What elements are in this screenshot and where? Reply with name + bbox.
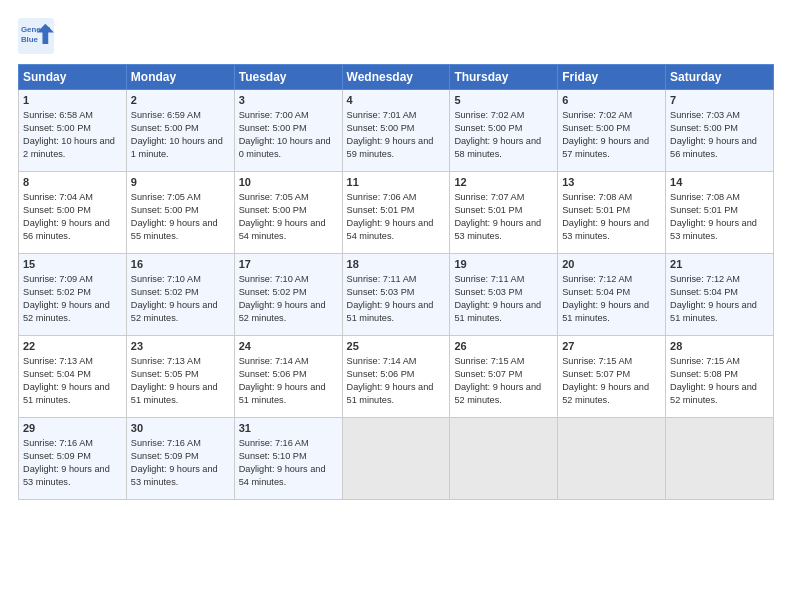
svg-text:Blue: Blue xyxy=(21,35,39,44)
sunrise: Sunrise: 7:11 AM xyxy=(347,274,417,284)
calendar-cell: 19Sunrise: 7:11 AMSunset: 5:03 PMDayligh… xyxy=(450,254,558,336)
sunset: Sunset: 5:02 PM xyxy=(23,287,91,297)
calendar-cell: 5Sunrise: 7:02 AMSunset: 5:00 PMDaylight… xyxy=(450,90,558,172)
day-number: 27 xyxy=(562,339,661,354)
daylight: Daylight: 9 hours and 59 minutes. xyxy=(347,136,434,159)
calendar-week-1: 8Sunrise: 7:04 AMSunset: 5:00 PMDaylight… xyxy=(19,172,774,254)
day-number: 6 xyxy=(562,93,661,108)
sunrise: Sunrise: 7:05 AM xyxy=(131,192,201,202)
calendar-cell: 15Sunrise: 7:09 AMSunset: 5:02 PMDayligh… xyxy=(19,254,127,336)
sunrise: Sunrise: 7:02 AM xyxy=(454,110,524,120)
sunrise: Sunrise: 7:10 AM xyxy=(239,274,309,284)
sunset: Sunset: 5:08 PM xyxy=(670,369,738,379)
daylight: Daylight: 9 hours and 53 minutes. xyxy=(562,218,649,241)
sunset: Sunset: 5:04 PM xyxy=(23,369,91,379)
sunrise: Sunrise: 6:58 AM xyxy=(23,110,93,120)
sunrise: Sunrise: 7:01 AM xyxy=(347,110,417,120)
daylight: Daylight: 9 hours and 57 minutes. xyxy=(562,136,649,159)
sunrise: Sunrise: 7:13 AM xyxy=(131,356,201,366)
daylight: Daylight: 9 hours and 51 minutes. xyxy=(562,300,649,323)
day-number: 9 xyxy=(131,175,230,190)
calendar-cell: 12Sunrise: 7:07 AMSunset: 5:01 PMDayligh… xyxy=(450,172,558,254)
day-number: 8 xyxy=(23,175,122,190)
day-number: 2 xyxy=(131,93,230,108)
sunset: Sunset: 5:04 PM xyxy=(670,287,738,297)
day-number: 20 xyxy=(562,257,661,272)
calendar-cell: 25Sunrise: 7:14 AMSunset: 5:06 PMDayligh… xyxy=(342,336,450,418)
sunset: Sunset: 5:09 PM xyxy=(23,451,91,461)
day-number: 4 xyxy=(347,93,446,108)
daylight: Daylight: 9 hours and 56 minutes. xyxy=(670,136,757,159)
header-cell-sunday: Sunday xyxy=(19,65,127,90)
day-number: 1 xyxy=(23,93,122,108)
calendar-cell: 4Sunrise: 7:01 AMSunset: 5:00 PMDaylight… xyxy=(342,90,450,172)
daylight: Daylight: 9 hours and 54 minutes. xyxy=(239,464,326,487)
sunrise: Sunrise: 7:11 AM xyxy=(454,274,524,284)
sunset: Sunset: 5:01 PM xyxy=(347,205,415,215)
daylight: Daylight: 9 hours and 53 minutes. xyxy=(23,464,110,487)
sunrise: Sunrise: 7:14 AM xyxy=(239,356,309,366)
sunset: Sunset: 5:00 PM xyxy=(670,123,738,133)
day-number: 3 xyxy=(239,93,338,108)
sunset: Sunset: 5:06 PM xyxy=(239,369,307,379)
sunrise: Sunrise: 7:16 AM xyxy=(23,438,93,448)
daylight: Daylight: 9 hours and 52 minutes. xyxy=(670,382,757,405)
sunset: Sunset: 5:07 PM xyxy=(454,369,522,379)
daylight: Daylight: 9 hours and 51 minutes. xyxy=(23,382,110,405)
day-number: 17 xyxy=(239,257,338,272)
daylight: Daylight: 9 hours and 51 minutes. xyxy=(131,382,218,405)
calendar-cell: 31Sunrise: 7:16 AMSunset: 5:10 PMDayligh… xyxy=(234,418,342,500)
calendar-cell: 1Sunrise: 6:58 AMSunset: 5:00 PMDaylight… xyxy=(19,90,127,172)
day-number: 30 xyxy=(131,421,230,436)
sunrise: Sunrise: 7:05 AM xyxy=(239,192,309,202)
calendar-cell: 14Sunrise: 7:08 AMSunset: 5:01 PMDayligh… xyxy=(666,172,774,254)
calendar-week-2: 15Sunrise: 7:09 AMSunset: 5:02 PMDayligh… xyxy=(19,254,774,336)
calendar-cell: 24Sunrise: 7:14 AMSunset: 5:06 PMDayligh… xyxy=(234,336,342,418)
day-number: 7 xyxy=(670,93,769,108)
calendar-cell xyxy=(666,418,774,500)
sunset: Sunset: 5:04 PM xyxy=(562,287,630,297)
calendar-cell: 8Sunrise: 7:04 AMSunset: 5:00 PMDaylight… xyxy=(19,172,127,254)
sunrise: Sunrise: 7:12 AM xyxy=(670,274,740,284)
daylight: Daylight: 10 hours and 0 minutes. xyxy=(239,136,331,159)
calendar-week-4: 29Sunrise: 7:16 AMSunset: 5:09 PMDayligh… xyxy=(19,418,774,500)
day-number: 11 xyxy=(347,175,446,190)
sunrise: Sunrise: 7:00 AM xyxy=(239,110,309,120)
sunrise: Sunrise: 7:14 AM xyxy=(347,356,417,366)
calendar-cell xyxy=(342,418,450,500)
sunrise: Sunrise: 7:07 AM xyxy=(454,192,524,202)
header-cell-thursday: Thursday xyxy=(450,65,558,90)
sunrise: Sunrise: 7:06 AM xyxy=(347,192,417,202)
calendar-cell: 23Sunrise: 7:13 AMSunset: 5:05 PMDayligh… xyxy=(126,336,234,418)
sunrise: Sunrise: 7:03 AM xyxy=(670,110,740,120)
sunset: Sunset: 5:07 PM xyxy=(562,369,630,379)
sunset: Sunset: 5:10 PM xyxy=(239,451,307,461)
sunset: Sunset: 5:05 PM xyxy=(131,369,199,379)
sunrise: Sunrise: 7:16 AM xyxy=(131,438,201,448)
daylight: Daylight: 9 hours and 52 minutes. xyxy=(454,382,541,405)
sunrise: Sunrise: 7:15 AM xyxy=(670,356,740,366)
daylight: Daylight: 10 hours and 2 minutes. xyxy=(23,136,115,159)
calendar-cell: 9Sunrise: 7:05 AMSunset: 5:00 PMDaylight… xyxy=(126,172,234,254)
daylight: Daylight: 9 hours and 54 minutes. xyxy=(347,218,434,241)
day-number: 31 xyxy=(239,421,338,436)
sunrise: Sunrise: 7:08 AM xyxy=(670,192,740,202)
day-number: 13 xyxy=(562,175,661,190)
calendar-week-0: 1Sunrise: 6:58 AMSunset: 5:00 PMDaylight… xyxy=(19,90,774,172)
header-cell-friday: Friday xyxy=(558,65,666,90)
header-cell-saturday: Saturday xyxy=(666,65,774,90)
day-number: 18 xyxy=(347,257,446,272)
daylight: Daylight: 9 hours and 51 minutes. xyxy=(670,300,757,323)
calendar-cell: 6Sunrise: 7:02 AMSunset: 5:00 PMDaylight… xyxy=(558,90,666,172)
calendar-cell: 27Sunrise: 7:15 AMSunset: 5:07 PMDayligh… xyxy=(558,336,666,418)
daylight: Daylight: 9 hours and 54 minutes. xyxy=(239,218,326,241)
day-number: 16 xyxy=(131,257,230,272)
calendar-cell: 22Sunrise: 7:13 AMSunset: 5:04 PMDayligh… xyxy=(19,336,127,418)
sunrise: Sunrise: 7:02 AM xyxy=(562,110,632,120)
sunrise: Sunrise: 7:15 AM xyxy=(454,356,524,366)
sunset: Sunset: 5:01 PM xyxy=(562,205,630,215)
page: General Blue SundayMondayTuesdayWednesda… xyxy=(0,0,792,612)
sunrise: Sunrise: 7:15 AM xyxy=(562,356,632,366)
sunset: Sunset: 5:00 PM xyxy=(131,205,199,215)
daylight: Daylight: 9 hours and 52 minutes. xyxy=(23,300,110,323)
